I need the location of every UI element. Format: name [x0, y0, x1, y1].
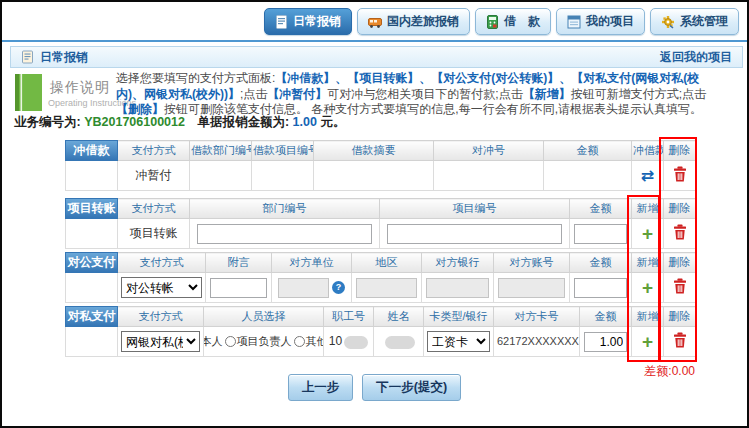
tab-system-admin[interactable]: 系统管理 [650, 8, 739, 35]
payee-unit-input[interactable] [278, 278, 329, 298]
my-projects-icon [567, 15, 581, 29]
tab-travel-expense[interactable]: 国内差旅报销 [357, 8, 470, 35]
tab-label: 我的项目 [586, 13, 634, 30]
project-transfer-section-button[interactable]: 项目转账 [66, 199, 117, 218]
column-header: 借款部门编号 [190, 141, 252, 161]
column-header: 金额 [580, 307, 632, 327]
column-header: 新增 [632, 307, 664, 327]
table-row: 网银对私(校内) 本人 项目负责人 其他人 10 工资卡 62172XXXXXX… [66, 327, 696, 357]
tab-daily-expense[interactable]: 日常报销 [264, 8, 352, 35]
redaction-blob [344, 336, 368, 349]
project-transfer-table: 项目转账 支付方式 部门编号 项目编号 金额 新增 删除 项目转账 + [65, 198, 696, 249]
travel-expense-icon [368, 15, 382, 29]
radio-other[interactable]: 其他人 [294, 334, 324, 349]
column-header: 新增 [632, 253, 664, 273]
radio-leader-input[interactable] [225, 336, 236, 347]
column-header: 卡类型/银行 [424, 307, 494, 327]
offset-loan-section-button[interactable]: 冲借款 [66, 141, 117, 160]
add-row-icon[interactable]: + [642, 277, 653, 298]
add-row-icon[interactable]: + [642, 223, 653, 244]
employee-id-cell: 10 [324, 327, 374, 357]
tab-loan[interactable]: 借 款 [475, 8, 551, 35]
tab-label: 国内差旅报销 [387, 13, 459, 30]
radio-project-leader[interactable]: 项目负责人 [225, 334, 292, 349]
back-to-projects-link[interactable]: 返回我的项目 [660, 49, 732, 66]
column-header: 删除 [664, 253, 696, 273]
corporate-payment-section-button[interactable]: 对公支付 [66, 253, 117, 272]
personal-payment-section-button[interactable]: 对私支付 [66, 307, 117, 326]
column-header: 对方单位 [272, 253, 352, 273]
breadcrumb-bar: 日常报销 返回我的项目 [10, 46, 743, 68]
add-row-icon[interactable]: + [642, 331, 653, 352]
tab-label: 系统管理 [680, 13, 728, 30]
column-header: 附言 [206, 253, 272, 273]
tab-my-projects[interactable]: 我的项目 [556, 8, 645, 35]
daily-expense-icon [275, 15, 288, 29]
loan-icon [486, 15, 499, 29]
person-select-group: 本人 项目负责人 其他人 [207, 334, 320, 349]
instructions-text: 选择您要填写的支付方式面板:【冲借款】、【项目转账】、【对公支付(对公转账)】、… [116, 71, 706, 118]
corporate-payment-table: 对公支付 支付方式 附言 对方单位 地区 对方银行 对方账号 金额 新增 删除 … [65, 252, 696, 303]
amount-input[interactable] [584, 332, 627, 352]
offset-loan-table: 冲借款 支付方式 借款部门编号 借款项目编号 借款摘要 对冲号 金额 冲借款 删… [65, 140, 696, 191]
delete-icon[interactable] [673, 224, 687, 243]
delete-icon[interactable] [673, 332, 687, 351]
bill-amount: 1.00 [293, 115, 317, 129]
amount-input[interactable] [574, 278, 627, 298]
column-header: 新增 [632, 199, 664, 219]
table-row: 对公转帐 ? + [66, 273, 696, 303]
column-header: 部门编号 [190, 199, 380, 219]
column-header: 删除 [664, 199, 696, 219]
radio-other-input[interactable] [294, 336, 305, 347]
column-header: 对方银行 [422, 253, 494, 273]
column-header: 金额 [544, 141, 632, 161]
project-code-input[interactable] [387, 224, 563, 244]
payment-method-cell: 项目转账 [118, 219, 190, 249]
table-row: 冲暂付 ⇄ [66, 161, 696, 191]
column-header: 职工号 [324, 307, 374, 327]
column-header: 删除 [664, 307, 696, 327]
column-header: 金额 [570, 199, 632, 219]
previous-step-button[interactable]: 上一步 [288, 374, 354, 401]
region-input[interactable] [356, 278, 416, 298]
card-type-select[interactable]: 工资卡 [427, 331, 490, 352]
column-header: 对方卡号 [494, 307, 580, 327]
name-cell [374, 327, 424, 357]
payment-method-select[interactable]: 对公转帐 [121, 277, 202, 298]
column-header: 对方账号 [494, 253, 570, 273]
help-icon[interactable]: ? [332, 281, 345, 294]
payee-account-input[interactable] [498, 278, 564, 298]
business-number-line: 业务编号为: YB201706100012 单据报销金额为: 1.00 元。 [14, 114, 345, 131]
system-admin-icon [661, 15, 675, 29]
delete-icon[interactable] [673, 278, 687, 297]
column-header: 项目编号 [380, 199, 570, 219]
top-tab-bar: 日常报销 国内差旅报销 借 款 我的项目 系统管理 [2, 2, 747, 42]
personal-payment-table: 对私支付 支付方式 人员选择 职工号 姓名 卡类型/银行 对方卡号 金额 新增 … [65, 306, 696, 357]
column-header: 借款摘要 [314, 141, 434, 161]
payee-bank-input[interactable] [426, 278, 488, 298]
card-number-cell: 62172XXXXXXXXXX [494, 327, 580, 357]
column-header: 支付方式 [118, 141, 190, 161]
redaction-blob [385, 336, 415, 349]
column-header: 对冲号 [434, 141, 544, 161]
tab-label: 日常报销 [293, 13, 341, 30]
tab-label: 借 款 [504, 13, 540, 30]
breadcrumb: 日常报销 [40, 49, 88, 66]
column-header: 支付方式 [118, 253, 206, 273]
document-icon [21, 50, 34, 64]
table-row: 项目转账 + [66, 219, 696, 249]
radio-self[interactable]: 本人 [204, 334, 223, 349]
column-header: 姓名 [374, 307, 424, 327]
column-header: 支付方式 [118, 307, 204, 327]
memo-input[interactable] [210, 278, 267, 298]
column-header: 借款项目编号 [252, 141, 314, 161]
offset-loan-swap-icon[interactable]: ⇄ [641, 167, 654, 184]
amount-input[interactable] [574, 224, 627, 244]
column-header: 支付方式 [118, 199, 190, 219]
department-code-input[interactable] [197, 224, 373, 244]
next-step-submit-button[interactable]: 下一步(提交) [362, 374, 461, 401]
reimbursement-window: 日常报销 国内差旅报销 借 款 我的项目 系统管理 日常报销 返回我的项目 [0, 0, 749, 428]
delete-icon[interactable] [673, 166, 687, 185]
payment-method-select[interactable]: 网银对私(校内) [121, 331, 200, 352]
business-number: YB201706100012 [84, 115, 185, 129]
